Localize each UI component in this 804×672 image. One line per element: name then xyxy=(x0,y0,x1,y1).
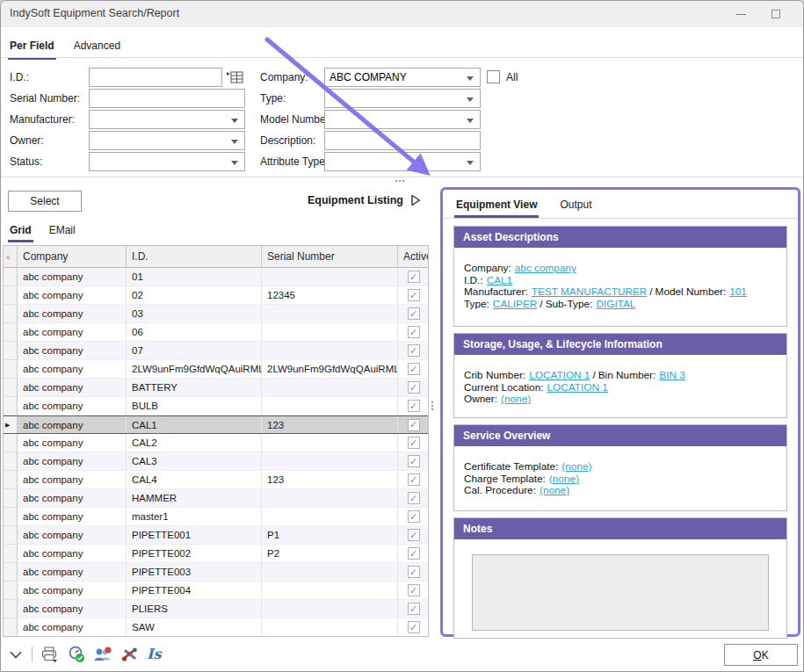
active-checkbox[interactable] xyxy=(408,344,420,357)
column-header-active[interactable]: Active xyxy=(398,246,429,267)
active-checkbox[interactable] xyxy=(408,529,420,541)
table-row[interactable]: abc company master1 xyxy=(4,508,428,526)
current-location-link[interactable]: LOCATION 1 xyxy=(547,381,608,394)
id-link[interactable]: CAL1 xyxy=(487,274,513,286)
active-checkbox[interactable] xyxy=(408,547,420,560)
crib-number-link[interactable]: LOCATION 1 xyxy=(529,369,590,381)
owner-link[interactable]: (none) xyxy=(501,393,531,405)
all-checkbox[interactable] xyxy=(487,70,500,83)
active-checkbox[interactable] xyxy=(408,603,420,615)
table-row[interactable]: abc company CAL1 123 xyxy=(4,415,428,434)
table-row[interactable]: abc company SAW xyxy=(4,618,428,637)
active-checkbox[interactable] xyxy=(408,381,420,394)
splitter-grip-vertical[interactable] xyxy=(431,401,433,410)
cell-active xyxy=(398,286,429,305)
row-indicator-cell xyxy=(4,305,18,323)
description-input[interactable] xyxy=(324,131,481,150)
id-input[interactable] xyxy=(89,68,222,87)
row-indicator-cell xyxy=(4,600,18,618)
tab-grid[interactable]: Grid xyxy=(8,223,33,242)
printer-icon[interactable] xyxy=(40,646,60,663)
signature-icon[interactable]: Is xyxy=(147,647,162,662)
column-header-id[interactable]: I.D. xyxy=(127,246,262,267)
active-checkbox[interactable] xyxy=(408,566,420,578)
active-checkbox[interactable] xyxy=(408,455,420,467)
active-checkbox[interactable] xyxy=(408,271,420,283)
tabs-divider xyxy=(1,57,803,58)
tab-output[interactable]: Output xyxy=(558,198,593,218)
table-row[interactable]: abc company HAMMER xyxy=(4,489,428,508)
active-checkbox[interactable] xyxy=(408,289,420,301)
status-dropdown[interactable] xyxy=(89,152,245,171)
type-link[interactable]: CALIPER xyxy=(493,298,537,310)
active-checkbox[interactable] xyxy=(408,621,420,633)
chevron-down-icon[interactable] xyxy=(8,647,24,662)
cell-serial: P2 xyxy=(262,545,398,563)
subtype-link[interactable]: DIGITAL xyxy=(596,298,635,310)
select-button[interactable]: Select xyxy=(8,191,82,212)
table-row[interactable]: abc company 03 xyxy=(4,305,428,323)
cal-procedure-link[interactable]: (none) xyxy=(540,484,569,496)
table-row[interactable]: abc company PIPETTE002 P2 xyxy=(4,545,428,563)
column-header-company[interactable]: Company xyxy=(18,246,127,267)
company-link[interactable]: abc company xyxy=(515,262,576,274)
manufacturer-dropdown[interactable] xyxy=(89,110,245,129)
minimize-button[interactable] xyxy=(728,6,754,22)
verify-gauge-icon[interactable] xyxy=(68,646,85,663)
play-icon[interactable] xyxy=(410,194,421,206)
ok-button[interactable]: OK xyxy=(724,644,798,666)
table-row[interactable]: abc company 06 xyxy=(4,323,428,342)
table-row[interactable]: abc company BULB xyxy=(4,397,428,415)
column-header-serial[interactable]: Serial Number xyxy=(262,246,398,267)
table-row[interactable]: abc company 02 12345 xyxy=(4,286,428,305)
table-row[interactable]: abc company PLIERS xyxy=(4,600,428,618)
certificate-template-link[interactable]: (none) xyxy=(561,460,591,473)
active-checkbox[interactable] xyxy=(408,510,420,523)
active-checkbox[interactable] xyxy=(408,492,420,504)
active-checkbox[interactable] xyxy=(408,473,420,486)
table-row[interactable]: abc company PIPETTE001 P1 xyxy=(4,526,428,545)
owner-dropdown[interactable] xyxy=(89,131,245,150)
active-checkbox[interactable] xyxy=(408,584,420,596)
cell-id: SAW xyxy=(127,618,262,637)
active-checkbox[interactable] xyxy=(408,326,420,338)
active-checkbox[interactable] xyxy=(408,437,420,449)
model-number-link[interactable]: 101 xyxy=(729,285,747,298)
cell-id: PIPETTE004 xyxy=(127,582,262,600)
table-row[interactable]: abc company CAL3 xyxy=(4,452,428,471)
active-checkbox[interactable] xyxy=(408,307,420,320)
notes-textarea[interactable] xyxy=(472,554,769,631)
cell-active xyxy=(398,526,429,545)
cell-id: CAL3 xyxy=(127,452,262,471)
table-row[interactable]: abc company 01 xyxy=(4,268,428,286)
tab-equipment-view[interactable]: Equipment View xyxy=(454,198,539,218)
charge-template-link[interactable]: (none) xyxy=(549,473,579,485)
cell-company: abc company xyxy=(18,508,127,526)
table-row[interactable]: abc company 2LW9unFm9GfdWqQAuiRMLI 2LW9u… xyxy=(4,360,428,379)
tools-icon[interactable] xyxy=(120,646,139,663)
company-dropdown[interactable] xyxy=(324,68,481,87)
tab-email[interactable]: EMail xyxy=(47,223,77,242)
table-row[interactable]: abc company BATTERY xyxy=(4,379,428,397)
table-row[interactable]: abc company 07 xyxy=(4,342,428,360)
table-row[interactable]: abc company PIPETTE004 xyxy=(4,582,428,600)
all-checkbox-label: All xyxy=(506,71,518,83)
active-checkbox[interactable] xyxy=(408,363,420,375)
users-icon[interactable] xyxy=(93,646,112,663)
asset-descriptions-header: Asset Descriptions xyxy=(454,227,786,248)
manufacturer-link[interactable]: TEST MANUFACTURER xyxy=(532,285,648,298)
id-lookup-button[interactable] xyxy=(225,69,244,85)
cell-serial xyxy=(262,268,398,286)
maximize-button[interactable] xyxy=(763,6,789,22)
table-row[interactable]: abc company CAL4 123 xyxy=(4,471,428,489)
serial-input[interactable] xyxy=(89,89,245,108)
active-checkbox[interactable] xyxy=(408,419,420,431)
table-row[interactable]: abc company PIPETTE003 xyxy=(4,563,428,582)
type-dropdown[interactable] xyxy=(324,89,481,108)
bin-number-link[interactable]: BIN 3 xyxy=(659,369,685,381)
model-dropdown[interactable] xyxy=(324,110,481,129)
active-checkbox[interactable] xyxy=(408,400,420,412)
attribute-type-dropdown[interactable] xyxy=(324,152,481,171)
splitter-grip-horizontal[interactable] xyxy=(395,180,404,182)
table-row[interactable]: abc company CAL2 xyxy=(4,434,428,452)
